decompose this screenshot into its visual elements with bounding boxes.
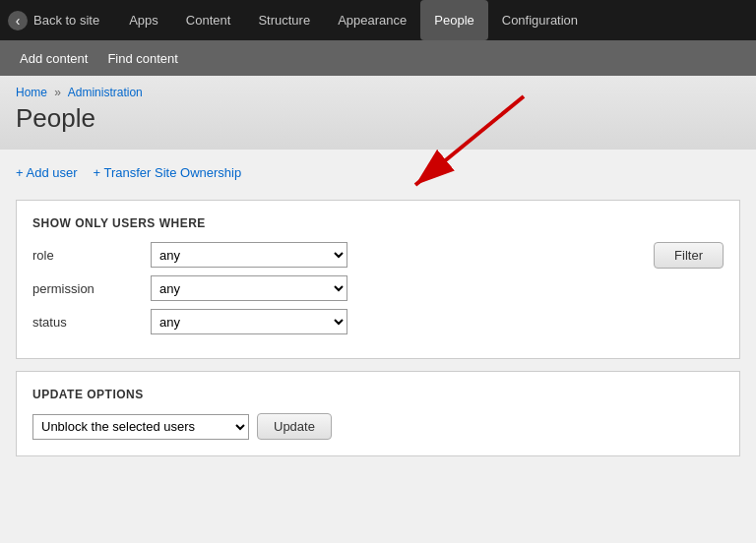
filter-button-area: Filter (654, 242, 724, 269)
filter-rows-container: role any permission any status any (32, 242, 724, 342)
filter-row-status: status any (32, 309, 614, 334)
annotation-container: + Add user + Transfer Site Ownership (16, 165, 740, 180)
filter-row-permission: permission any (32, 275, 614, 301)
breadcrumb-separator: » (54, 86, 61, 99)
filter-select-status[interactable]: any (151, 309, 347, 334)
back-arrow-icon: ‹ (8, 11, 28, 30)
filter-select-permission[interactable]: any (151, 275, 347, 301)
filter-box: SHOW ONLY USERS WHERE role any permissio… (16, 200, 740, 359)
breadcrumb-admin[interactable]: Administration (68, 86, 143, 99)
nav-item-structure[interactable]: Structure (244, 0, 324, 40)
back-to-site-link[interactable]: ‹ Back to site (8, 11, 99, 30)
update-box-heading: UPDATE OPTIONS (32, 388, 724, 401)
filter-label-status: status (32, 315, 151, 330)
breadcrumb: Home » Administration (16, 86, 740, 99)
action-links: + Add user + Transfer Site Ownership (16, 165, 740, 180)
top-navigation: ‹ Back to site Apps Content Structure Ap… (0, 0, 756, 40)
back-to-site-label: Back to site (33, 13, 99, 28)
update-select[interactable]: Unblock the selected users (32, 414, 249, 440)
filter-rows: role any permission any status any (32, 242, 614, 342)
filter-select-role[interactable]: any (151, 242, 347, 268)
transfer-ownership-link[interactable]: + Transfer Site Ownership (94, 165, 242, 180)
filter-box-heading: SHOW ONLY USERS WHERE (32, 216, 724, 230)
nav-item-people[interactable]: People (420, 0, 487, 40)
nav-item-configuration[interactable]: Configuration (488, 0, 592, 40)
add-user-link[interactable]: + Add user (16, 165, 78, 180)
secondary-navigation: Add content Find content (0, 40, 756, 76)
find-content-link[interactable]: Find content (99, 40, 186, 76)
filter-button[interactable]: Filter (654, 242, 724, 269)
filter-label-role: role (32, 248, 151, 263)
breadcrumb-area: Home » Administration People (0, 76, 756, 150)
add-content-link[interactable]: Add content (12, 40, 95, 76)
main-content: + Add user + Transfer Site Ownership SHO… (0, 150, 756, 543)
nav-item-content[interactable]: Content (172, 0, 245, 40)
filter-row-role: role any (32, 242, 614, 268)
filter-label-permission: permission (32, 281, 151, 296)
page-title: People (16, 103, 740, 134)
update-button[interactable]: Update (257, 413, 332, 440)
nav-item-appearance[interactable]: Appearance (324, 0, 420, 40)
breadcrumb-home[interactable]: Home (16, 86, 47, 99)
update-row: Unblock the selected users Update (32, 413, 724, 440)
update-box: UPDATE OPTIONS Unblock the selected user… (16, 371, 740, 456)
nav-item-apps[interactable]: Apps (115, 0, 172, 40)
